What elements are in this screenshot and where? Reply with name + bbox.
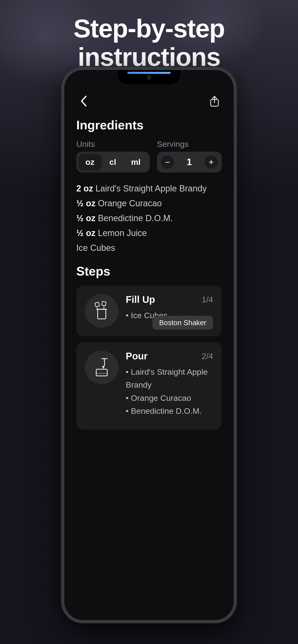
step-card-1[interactable]: Fill Up 1/4 • Ice Cubes Boston Shaker	[76, 286, 222, 336]
servings-count: 1	[178, 157, 201, 167]
phone-screen: Ingredients Units oz cl ml Servings −	[64, 70, 234, 620]
step-2-detail: • Laird's Straight AppleBrandy • Orange …	[126, 365, 213, 418]
ingredient-item-4: ½ oz Lemon Juice	[76, 227, 222, 240]
share-button[interactable]	[207, 94, 222, 108]
servings-plus-button[interactable]: +	[204, 156, 218, 169]
ingredients-list: 2 oz Laird's Straight Apple Brandy ½ oz …	[76, 182, 222, 254]
step-2-content: Pour 2/4 • Laird's Straight AppleBrandy …	[126, 351, 213, 418]
servings-label: Servings	[157, 140, 222, 149]
phone-frame: Ingredients Units oz cl ml Servings −	[61, 67, 237, 623]
step-2-name: Pour	[126, 351, 147, 362]
units-toggle: oz cl ml	[76, 152, 150, 172]
header-line1: Step-by-step	[73, 14, 225, 43]
step-card-2[interactable]: Pour 2/4 • Laird's Straight AppleBrandy …	[76, 342, 222, 430]
ingredient-item-3: ½ oz Benedictine D.O.M.	[76, 212, 222, 225]
unit-cl-button[interactable]: cl	[103, 154, 123, 170]
controls-row: Units oz cl ml Servings − 1 +	[76, 140, 222, 172]
servings-group: Servings − 1 +	[157, 140, 222, 172]
step-1-tool-badge: Boston Shaker	[152, 316, 213, 330]
side-button-mute	[62, 134, 64, 153]
ingredients-title: Ingredients	[76, 118, 222, 132]
units-label: Units	[76, 140, 150, 149]
svg-rect-3	[102, 302, 106, 306]
side-button-power	[234, 168, 236, 216]
page-header-title: Step-by-step instructions	[0, 14, 298, 72]
svg-rect-4	[96, 369, 107, 376]
step-2-icon	[85, 351, 118, 384]
side-button-volume-up	[62, 163, 64, 194]
nav-bar	[76, 87, 222, 113]
screen-content: Ingredients Units oz cl ml Servings −	[64, 87, 234, 620]
servings-minus-button[interactable]: −	[161, 156, 174, 169]
svg-point-5	[102, 366, 104, 368]
ingredient-item-5: Ice Cubes	[76, 242, 222, 254]
svg-rect-1	[98, 309, 106, 319]
step-2-number: 2/4	[202, 352, 213, 361]
unit-ml-button[interactable]: ml	[124, 154, 147, 170]
units-group: Units oz cl ml	[76, 140, 150, 172]
unit-oz-button[interactable]: oz	[79, 154, 101, 170]
step-1-icon	[85, 294, 118, 328]
steps-title: Steps	[76, 264, 222, 278]
svg-rect-2	[95, 302, 100, 307]
servings-toggle: − 1 +	[157, 152, 222, 172]
step-1-number: 1/4	[202, 295, 213, 304]
back-button[interactable]	[76, 94, 91, 108]
step-1-name: Fill Up	[126, 294, 155, 305]
ingredient-item-2: ½ oz Orange Curacao	[76, 197, 222, 210]
status-indicator	[127, 72, 171, 74]
camera-dot	[147, 75, 151, 80]
side-button-volume-down	[62, 201, 64, 232]
ingredient-item-1: 2 oz Laird's Straight Apple Brandy	[76, 182, 222, 195]
